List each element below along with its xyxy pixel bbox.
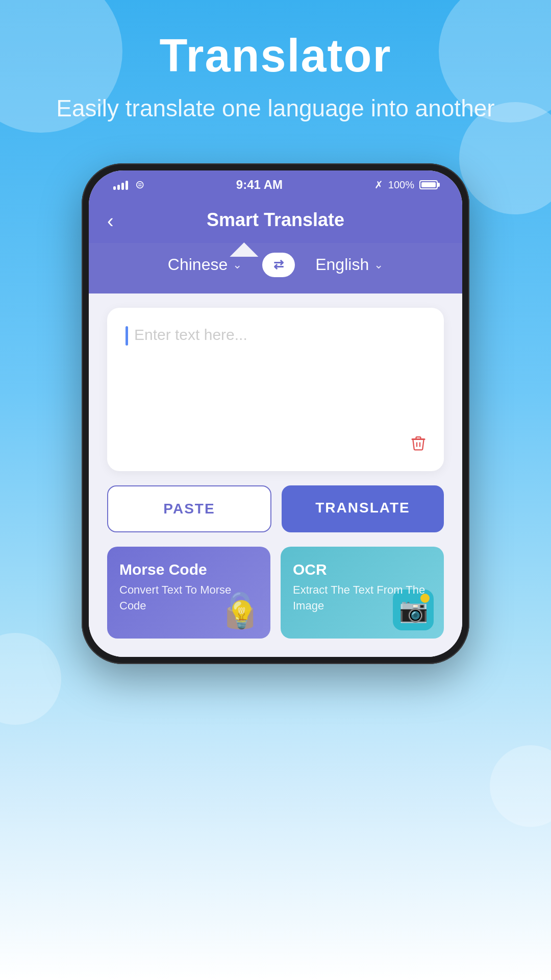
svg-rect-0 bbox=[412, 438, 425, 440]
input-placeholder-row: Enter text here... bbox=[126, 324, 425, 455]
action-buttons-row: PASTE TRANSLATE bbox=[107, 485, 444, 532]
translate-button[interactable]: TRANSLATE bbox=[282, 485, 444, 532]
hero-subtitle: Easily translate one language into anoth… bbox=[0, 93, 551, 124]
bg-bubble-5 bbox=[490, 745, 551, 827]
hero-title: Translator bbox=[0, 31, 551, 81]
text-input-card[interactable]: Enter text here... bbox=[107, 308, 444, 471]
back-button[interactable]: ‹ bbox=[107, 210, 114, 232]
battery-icon bbox=[419, 180, 438, 189]
morse-card-subtitle: Convert Text To Morse Code bbox=[119, 582, 258, 614]
battery-label: 100% bbox=[388, 179, 414, 191]
phone-wrapper: ⊜ 9:41 AM ✗ 100% ‹ Smart Translate bbox=[82, 163, 469, 664]
app-header: ‹ Smart Translate bbox=[89, 199, 462, 243]
language-bar: Chinese ⌄ ⇄ English ⌄ bbox=[89, 243, 462, 293]
target-language-button[interactable]: English ⌄ bbox=[305, 251, 393, 278]
status-right: ✗ 100% bbox=[374, 179, 438, 191]
content-area: Enter text here... bbox=[89, 293, 462, 657]
target-lang-arrow: ⌄ bbox=[374, 258, 383, 272]
target-language-label: English bbox=[315, 255, 369, 274]
status-bar: ⊜ 9:41 AM ✗ 100% bbox=[89, 170, 462, 199]
lang-bar-wrapper: Chinese ⌄ ⇄ English ⌄ bbox=[89, 243, 462, 293]
bluetooth-icon: ✗ bbox=[374, 179, 383, 191]
ocr-card[interactable]: OCR Extract The Text From The Image 📷 bbox=[281, 547, 444, 639]
input-placeholder-text: Enter text here... bbox=[134, 326, 247, 344]
signal-bars bbox=[113, 180, 128, 190]
bg-bubble-4 bbox=[0, 633, 61, 725]
text-cursor bbox=[126, 326, 128, 346]
feature-cards-row: Morse Code Convert Text To Morse Code 🔒 … bbox=[107, 547, 444, 639]
source-lang-arrow: ⌄ bbox=[233, 258, 242, 272]
app-title: Smart Translate bbox=[207, 209, 344, 231]
source-language-label: Chinese bbox=[168, 255, 228, 274]
morse-code-card[interactable]: Morse Code Convert Text To Morse Code 🔒 … bbox=[107, 547, 270, 639]
ocr-card-subtitle: Extract The Text From The Image bbox=[293, 582, 432, 614]
lang-bar-triangle bbox=[230, 242, 258, 257]
delete-button[interactable] bbox=[409, 434, 428, 457]
paste-button[interactable]: PASTE bbox=[107, 485, 271, 532]
phone-screen: ⊜ 9:41 AM ✗ 100% ‹ Smart Translate bbox=[89, 170, 462, 657]
battery-fill bbox=[421, 182, 436, 187]
swap-icon: ⇄ bbox=[273, 258, 284, 272]
ocr-card-title: OCR bbox=[293, 561, 432, 578]
phone-frame: ⊜ 9:41 AM ✗ 100% ‹ Smart Translate bbox=[82, 163, 469, 664]
wifi-icon: ⊜ bbox=[135, 178, 144, 191]
swap-language-button[interactable]: ⇄ bbox=[262, 253, 295, 277]
hero-section: Translator Easily translate one language… bbox=[0, 31, 551, 124]
morse-card-title: Morse Code bbox=[119, 561, 258, 578]
status-left: ⊜ bbox=[113, 178, 144, 191]
status-time: 9:41 AM bbox=[236, 178, 283, 192]
